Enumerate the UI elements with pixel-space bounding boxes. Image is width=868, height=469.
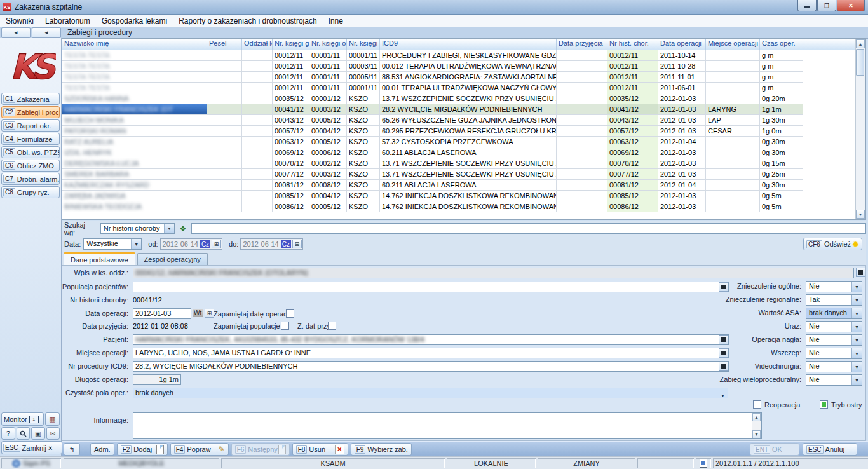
column-header-data-przyjęcia[interactable]: Data przyjęcia [557,39,607,50]
mail-button[interactable]: ✉ [46,427,60,440]
table-row[interactable]: WUJECH MONIKA00043/1200005/12KSZO65.26 W… [62,115,865,126]
cb-tryb-ostry[interactable] [820,400,828,409]
column-header-miejsce-operacji[interactable]: Miejsce operacji [706,39,760,50]
cb-zapamietaj-date[interactable] [286,309,294,318]
calendar-icon[interactable]: ⊞ [292,240,302,248]
scroll-down-icon[interactable]: ▼ [856,210,865,219]
menu-item-inne[interactable]: Inne [323,15,349,27]
populacja-detail-button[interactable] [719,282,728,292]
sidebar-item-zabiegi-i-proc[interactable]: C2Zabiegi i proc. [1,106,60,118]
table-row[interactable]: HARMACIŃSKI FRANCISZEK (OT00041/1200003/… [62,104,865,115]
table-row[interactable]: TESTA TESTA00012/1100001/1100001/1100.01… [62,83,865,93]
tab-zespol-operacyjny[interactable]: Zespół operacyjny [137,253,208,265]
close-button[interactable]: ✕ [837,0,865,11]
table-scrollbar[interactable]: ▲ ▼ [855,39,865,219]
cb-zapamietaj-pop[interactable] [281,322,289,330]
menu-item-laboratorium[interactable]: Laboratorium [39,15,96,27]
next-button[interactable]: F6 Następny [231,443,290,456]
snapshot-button[interactable]: ▣ [31,427,45,440]
search-tool-button[interactable] [17,427,31,440]
sidebar-item-grupy-ryz[interactable]: C8Grupy ryz. [1,186,60,198]
cancel-button[interactable]: ESC Anuluj [803,443,857,456]
sidebar-item-obl-ws-ptzs[interactable]: C5Obl. ws. PTZS [1,146,60,158]
search-input[interactable] [191,223,866,234]
adm-button[interactable]: Adm. [90,443,114,456]
column-header-nr-księgi-bo[interactable]: Nr. księgi BO. [347,39,380,50]
select-wartość-asa[interactable]: brak danych▼ [806,308,862,319]
sidebar-item-drobn-alarm[interactable]: C7Drobn. alarm. [1,173,60,185]
pacjent-field[interactable]: HARMACIŃSKI FRANCISZEK, 44102984533, 85-… [133,334,729,345]
monitor-button[interactable]: Monitor 1 [1,412,44,426]
column-header-pesel[interactable]: Pesel [207,39,242,50]
table-row[interactable]: ZARĘBA JADWIGA00085/1200004/12KSZO14.762… [62,191,865,201]
calculator-button[interactable]: ▦ [45,412,60,426]
undo-button[interactable]: ↰ [64,443,80,456]
miejsce-detail-button[interactable] [719,348,728,358]
table-row[interactable]: TESTA TESTA00012/1100001/1100001/11PROCE… [62,50,865,61]
table-row[interactable]: IZDIL HENRYK00069/1200006/12KSZO60.211 A… [62,147,865,158]
table-row[interactable]: SZDOŃSKA HANNA00035/1200001/12KSZO13.71 … [62,93,865,104]
minimize-button[interactable] [797,0,817,11]
select-wszczep[interactable]: Nie▼ [806,348,862,359]
pacjent-detail-button[interactable] [719,335,728,344]
sidebar-item-raport-okr[interactable]: C3Raport okr. [1,119,60,132]
select-videochirurgia[interactable]: Nie▼ [806,361,862,372]
tab-dane-podstawowe[interactable]: Dane podstawowe [64,252,135,265]
select-procedure-button[interactable]: F9 Wybierz zab. [351,443,412,456]
nav-back-button-1[interactable]: ◄ [1,27,31,38]
help-button[interactable]: ? [1,427,15,440]
table-row[interactable]: SMEREK BARBARA00077/1200003/12KSZO13.71 … [62,169,865,180]
select-zabieg-wieloproceduralny[interactable]: Nie▼ [806,374,862,386]
search-by-select[interactable]: Nr historii choroby ▼ [100,223,175,234]
wpis-detail-button[interactable] [856,268,865,277]
refresh-button[interactable]: CF6 Odśwież ✹ [803,238,862,250]
select-operacja-nagła[interactable]: Nie▼ [806,334,862,346]
sidebar-item-oblicz-zmo[interactable]: C6Oblicz ZMO [1,160,60,172]
table-row[interactable]: KAŹMIERCZAK RYSZARD00081/1200008/12KSZO6… [62,180,865,191]
column-header-icd9[interactable]: ICD9 [380,39,557,50]
select-znieczulenie-ogólne[interactable]: Nie▼ [806,281,862,292]
ok-button[interactable]: ENT OK [750,443,799,456]
table-row[interactable]: RATZ AURELIA00063/1200005/12KSZO57.32 CY… [62,137,865,147]
sidebar-item-zakażenia[interactable]: C1Zakażenia [1,93,60,105]
close-window-button[interactable]: ESC Zamknij × [1,441,62,454]
table-row[interactable]: BINIEWSKA TEODOZJA00086/1200005/12KSZO14… [62,201,865,212]
table-row[interactable]: DERĘGOWSKA ŁUCJA00070/1200002/12KSZO13.7… [62,158,865,169]
populacja-field[interactable] [133,282,729,292]
czystosc-select[interactable]: brak danych ▼ [133,388,728,398]
calendar-icon[interactable]: ⊞ [212,240,221,248]
delete-button[interactable]: F8 Usuń ✕ [292,443,348,456]
scroll-down-icon[interactable]: ▼ [752,430,761,438]
informacje-textarea[interactable]: ▲ ▼ [133,412,762,439]
menu-item-raporty-o-zakażeniach-i-drobnoustrojach[interactable]: Raporty o zakażeniach i drobnoustrojach [173,15,322,27]
column-header-czas-oper[interactable]: Czas oper. [760,39,803,50]
table-row[interactable]: PATORSKI ROMAN00057/1200004/12KSZO60.295… [62,126,865,137]
date-from-field[interactable]: 2012-06-14 Cz ⊞ [160,238,223,250]
scroll-thumb[interactable] [856,49,864,76]
column-header-nr-hist-chor[interactable]: Nr hist. chor. [607,39,658,50]
restore-button[interactable]: ❐ [817,0,836,11]
column-header-nr-księgi-oddz[interactable]: Nr. księgi oddz. [309,39,347,50]
wpis-field[interactable]: 00041/12, HARMACIŃSKI FRANCISZEK (OTOLAR… [133,268,854,278]
dataop-field[interactable]: 2012-01-03 [133,308,191,319]
cb-reoperacja[interactable] [753,400,761,409]
select-uraz[interactable]: Nie▼ [806,321,862,332]
scroll-up-icon[interactable]: ▲ [856,39,865,48]
date-to-field[interactable]: 2012-06-14 Cz ⊞ [240,238,303,250]
search-options-button[interactable]: ❖ [177,223,189,234]
edit-button[interactable]: F4 Popraw ✎ [170,443,229,456]
column-header-data-operacji[interactable]: Data operacji [658,39,706,50]
column-header-nazwisko-imię[interactable]: Nazwisko imię [62,39,207,50]
sidebar-item-formularze[interactable]: C4Formularze [1,133,60,145]
column-header-nr-księgi-gł[interactable]: Nr. księgi gł. [273,39,309,50]
table-row[interactable]: TESTA TESTA00012/1100001/1100003/1100.01… [62,61,865,72]
icd9-field[interactable]: 28.2, WYCIĘCIE MIGDAŁKÓW PODNIEBIENNYCH [133,361,729,372]
menu-item-gospodarka-lekami[interactable]: Gospodarka lekami [96,15,173,27]
menu-item-słowniki[interactable]: Słowniki [0,15,39,27]
informacje-scrollbar[interactable]: ▲ ▼ [752,413,761,438]
column-header-oddział-kie[interactable]: Oddział kie [242,39,273,50]
select-znieczulenie-regionalne[interactable]: Tak▼ [806,294,862,306]
cb-z-dat-przyj[interactable] [328,322,336,330]
icd9-detail-button[interactable] [719,362,728,371]
scroll-up-icon[interactable]: ▲ [752,413,761,421]
